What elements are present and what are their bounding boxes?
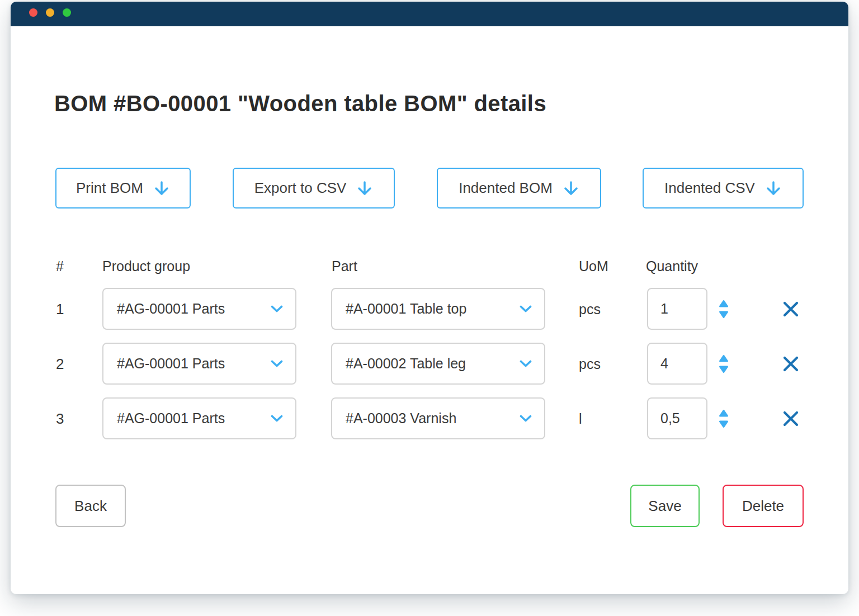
indented-bom-button[interactable]: Indented BOM (437, 168, 601, 209)
download-icon (765, 179, 782, 197)
close-x-icon (782, 300, 800, 318)
uom-value: l (579, 410, 582, 427)
stepper-up-down-icon (719, 354, 729, 373)
app-window: BOM #BO-00001 "Wooden table BOM" details… (11, 2, 848, 594)
table-row: 1 #AG-00001 Parts #A-00001 Table top pcs (11, 288, 848, 330)
chevron-down-icon (520, 360, 532, 368)
chevron-down-icon (520, 415, 532, 423)
export-csv-button[interactable]: Export to CSV (233, 168, 395, 209)
download-icon (563, 179, 579, 197)
close-x-icon (782, 355, 800, 373)
quantity-stepper[interactable] (719, 354, 729, 373)
page-title: BOM #BO-00001 "Wooden table BOM" details (54, 91, 546, 116)
export-csv-label: Export to CSV (254, 179, 347, 197)
part-select[interactable]: #A-00001 Table top (331, 288, 545, 330)
part-select[interactable]: #A-00003 Varnish (331, 397, 545, 439)
uom-value: pcs (579, 301, 601, 317)
chevron-down-icon (271, 415, 283, 423)
print-bom-button[interactable]: Print BOM (55, 168, 191, 209)
save-label: Save (648, 497, 681, 515)
quantity-stepper[interactable] (719, 409, 729, 428)
screenshot-stage: BOM #BO-00001 "Wooden table BOM" details… (0, 0, 859, 616)
quantity-input[interactable] (647, 343, 707, 385)
minimize-window-button[interactable] (46, 8, 54, 17)
product-group-select[interactable]: #AG-00001 Parts (102, 343, 296, 385)
stepper-up-down-icon (719, 409, 729, 428)
back-button[interactable]: Back (55, 485, 126, 527)
row-index: 2 (56, 355, 64, 372)
part-select[interactable]: #A-00002 Table leg (331, 343, 545, 385)
chevron-down-icon (520, 305, 532, 313)
download-icon (356, 179, 373, 197)
quantity-input[interactable] (647, 288, 707, 330)
quantity-stepper[interactable] (719, 300, 729, 319)
product-group-select[interactable]: #AG-00001 Parts (102, 397, 296, 439)
stepper-up-down-icon (719, 300, 729, 319)
close-x-icon (782, 410, 800, 428)
product-group-select[interactable]: #AG-00001 Parts (102, 288, 296, 330)
indented-csv-button[interactable]: Indented CSV (643, 168, 804, 209)
indented-csv-label: Indented CSV (664, 179, 755, 197)
header-part: Part (332, 258, 357, 274)
delete-button[interactable]: Delete (723, 485, 804, 527)
product-group-value: #AG-00001 Parts (117, 356, 225, 372)
remove-row-button[interactable] (782, 355, 800, 373)
delete-label: Delete (742, 497, 784, 515)
download-icon (153, 179, 170, 197)
chevron-down-icon (271, 360, 283, 368)
header-uom: UoM (579, 258, 608, 274)
part-value: #A-00001 Table top (346, 301, 466, 317)
header-quantity: Quantity (646, 258, 698, 274)
zoom-window-button[interactable] (63, 8, 71, 17)
save-button[interactable]: Save (630, 485, 700, 527)
print-bom-label: Print BOM (76, 179, 143, 197)
uom-value: pcs (579, 356, 601, 372)
back-label: Back (74, 497, 107, 515)
row-index: 1 (56, 300, 64, 318)
product-group-value: #AG-00001 Parts (117, 410, 225, 427)
remove-row-button[interactable] (782, 410, 800, 428)
header-product-group: Product group (102, 258, 190, 274)
header-index: # (56, 258, 64, 274)
close-window-button[interactable] (29, 8, 37, 17)
part-value: #A-00002 Table leg (346, 356, 466, 372)
window-titlebar (11, 2, 848, 26)
remove-row-button[interactable] (782, 300, 800, 318)
quantity-input[interactable] (647, 397, 707, 439)
part-value: #A-00003 Varnish (346, 410, 456, 427)
chevron-down-icon (271, 305, 283, 313)
table-row: 3 #AG-00001 Parts #A-00003 Varnish l (11, 397, 848, 439)
row-index: 3 (56, 410, 64, 427)
product-group-value: #AG-00001 Parts (117, 301, 225, 317)
table-row: 2 #AG-00001 Parts #A-00002 Table leg pcs (11, 343, 848, 385)
indented-bom-label: Indented BOM (459, 179, 553, 197)
